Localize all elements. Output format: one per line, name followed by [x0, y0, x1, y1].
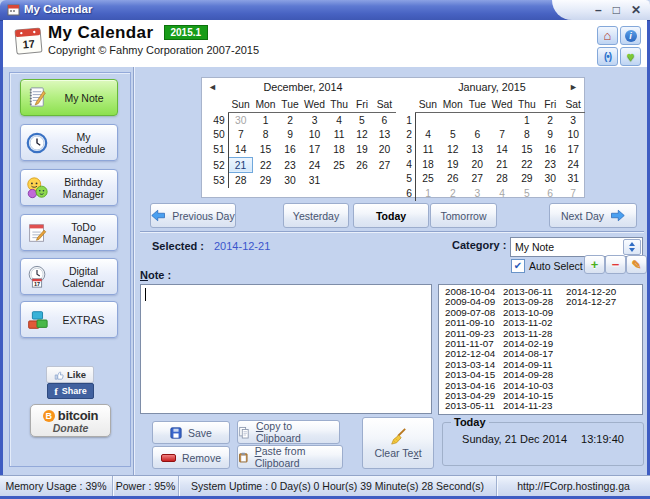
- copy-to-clipboard-button[interactable]: Copy to Clipboard: [237, 420, 340, 444]
- calendar-day[interactable]: 5: [515, 186, 539, 201]
- calendar-day[interactable]: 26: [440, 171, 465, 186]
- calendar-day[interactable]: 12: [351, 128, 373, 143]
- sidebar-item-digital-calendar[interactable]: 17 Digital Calendar: [20, 258, 118, 295]
- calendar-day[interactable]: 22: [515, 157, 539, 172]
- calendar-day[interactable]: 31: [561, 171, 585, 186]
- calendar-day[interactable]: 28: [228, 173, 253, 188]
- saved-dates-list[interactable]: 2008-10-042009-04-092009-07-082011-09-10…: [438, 284, 643, 415]
- calendar-day[interactable]: 9: [278, 128, 302, 143]
- date-list-item[interactable]: 2014-12-27: [566, 297, 616, 307]
- calendar-day[interactable]: 27: [465, 171, 489, 186]
- category-select[interactable]: My Note: [510, 237, 643, 257]
- calendar-day[interactable]: 2: [539, 113, 561, 128]
- calendar-day[interactable]: 29: [253, 173, 278, 188]
- calendar-day[interactable]: 19: [351, 142, 373, 157]
- calendar-day[interactable]: 6: [539, 186, 561, 201]
- calendar-day[interactable]: 15: [253, 142, 278, 157]
- calendar-day-selected[interactable]: 21: [228, 157, 253, 173]
- calendar-day[interactable]: 15: [515, 142, 539, 157]
- calendar-day[interactable]: 14: [489, 142, 514, 157]
- date-list-item[interactable]: 2014-11-23: [503, 401, 553, 411]
- auto-select-checkbox-row[interactable]: ✔ Auto Select: [511, 259, 583, 273]
- calendar-day[interactable]: 8: [253, 128, 278, 143]
- save-button[interactable]: Save: [152, 421, 230, 444]
- home-button[interactable]: ⌂: [597, 26, 618, 45]
- sidebar-item-my-note[interactable]: My Note: [20, 79, 118, 116]
- spinner-icon[interactable]: [623, 239, 641, 255]
- calendar-day[interactable]: 30: [228, 113, 253, 128]
- calendar-day[interactable]: 25: [415, 171, 440, 186]
- facebook-share-button[interactable]: f Share: [47, 383, 94, 399]
- calendar-day[interactable]: 21: [489, 157, 514, 172]
- tomorrow-button[interactable]: Tomorrow: [430, 203, 497, 228]
- calendar-day[interactable]: 4: [415, 128, 440, 143]
- calendar-day[interactable]: 23: [278, 157, 302, 173]
- sidebar-item-extras[interactable]: EXTRAS: [20, 301, 118, 338]
- calendar-day[interactable]: 5: [351, 113, 373, 128]
- calendar-day[interactable]: 7: [228, 128, 253, 143]
- title-bar[interactable]: My Calendar – □ ✕: [0, 0, 650, 21]
- maximize-button[interactable]: □: [613, 3, 620, 17]
- calendar-day[interactable]: 29: [515, 171, 539, 186]
- calendar-day[interactable]: 18: [415, 157, 440, 172]
- remove-category-button[interactable]: −: [605, 255, 626, 274]
- calendar-day[interactable]: 9: [539, 128, 561, 143]
- calendar-day[interactable]: 3: [561, 113, 585, 128]
- facebook-like-button[interactable]: Like: [46, 366, 94, 383]
- calendar-day[interactable]: 14: [228, 142, 253, 157]
- calendar-day[interactable]: 20: [465, 157, 489, 172]
- close-button[interactable]: ✕: [631, 3, 641, 17]
- calendar-day[interactable]: 11: [415, 142, 440, 157]
- minimize-button[interactable]: –: [595, 3, 602, 17]
- calendar-day[interactable]: 1: [253, 113, 278, 128]
- note-input[interactable]: [140, 284, 432, 414]
- date-list-item[interactable]: 2013-05-11: [445, 401, 495, 411]
- add-category-button[interactable]: +: [584, 255, 605, 274]
- calendar-day[interactable]: 11: [327, 128, 351, 143]
- calendar-day[interactable]: 1: [515, 113, 539, 128]
- previous-day-button[interactable]: Previous Day: [150, 203, 236, 228]
- calendar-day[interactable]: 4: [327, 113, 351, 128]
- calendar-day[interactable]: 17: [302, 142, 327, 157]
- calendar-day[interactable]: 13: [465, 142, 489, 157]
- calendar-day[interactable]: 8: [515, 128, 539, 143]
- info-button[interactable]: i: [620, 26, 641, 45]
- calendar-day[interactable]: 16: [278, 142, 302, 157]
- calendar-day[interactable]: 24: [561, 157, 585, 172]
- calendar-day[interactable]: 10: [561, 128, 585, 143]
- calendar-day[interactable]: 27: [373, 157, 396, 173]
- edit-category-button[interactable]: ✎: [626, 255, 647, 274]
- calendar-day[interactable]: 22: [253, 157, 278, 173]
- sidebar-item-my-schedule[interactable]: My Schedule: [20, 124, 118, 161]
- calendar-day[interactable]: 26: [351, 157, 373, 173]
- calendar-day[interactable]: 20: [373, 142, 396, 157]
- calendar-day[interactable]: 7: [489, 128, 514, 143]
- calendar-day[interactable]: 30: [539, 171, 561, 186]
- remove-button[interactable]: Remove: [152, 446, 230, 469]
- yesterday-button[interactable]: Yesterday: [283, 203, 349, 228]
- calendar-day[interactable]: 4: [489, 186, 514, 201]
- calendar-day[interactable]: 2: [440, 186, 465, 201]
- checkbox-checked-icon[interactable]: ✔: [511, 259, 525, 273]
- calendar-day[interactable]: 3: [465, 186, 489, 201]
- status-url[interactable]: http://FCorp.hostingg.ga: [497, 476, 650, 496]
- today-button[interactable]: Today: [353, 203, 429, 228]
- calendar-day[interactable]: 23: [539, 157, 561, 172]
- calendar-day[interactable]: 7: [561, 186, 585, 201]
- calendar-day[interactable]: 2: [278, 113, 302, 128]
- calendar-day[interactable]: 6: [373, 113, 396, 128]
- sidebar-item-birthday-manager[interactable]: Birthday Manager: [20, 169, 118, 206]
- calendar-day[interactable]: 3: [302, 113, 327, 128]
- calendar-day[interactable]: 5: [440, 128, 465, 143]
- calendar-day[interactable]: 18: [327, 142, 351, 157]
- calendar-day[interactable]: 1: [415, 186, 440, 201]
- calendar-day[interactable]: 13: [373, 128, 396, 143]
- sidebar-item-todo-manager[interactable]: ToDo Manager: [20, 214, 118, 251]
- calendar-day[interactable]: 17: [561, 142, 585, 157]
- bitcoin-donate-button[interactable]: B bitcoin Donate: [30, 404, 111, 437]
- calendar-day[interactable]: 19: [440, 157, 465, 172]
- next-day-button[interactable]: Next Day: [549, 203, 637, 228]
- calendar-day[interactable]: 25: [327, 157, 351, 173]
- calendar-day[interactable]: 31: [302, 173, 327, 188]
- paste-from-clipboard-button[interactable]: Paste from Clipboard: [237, 445, 343, 469]
